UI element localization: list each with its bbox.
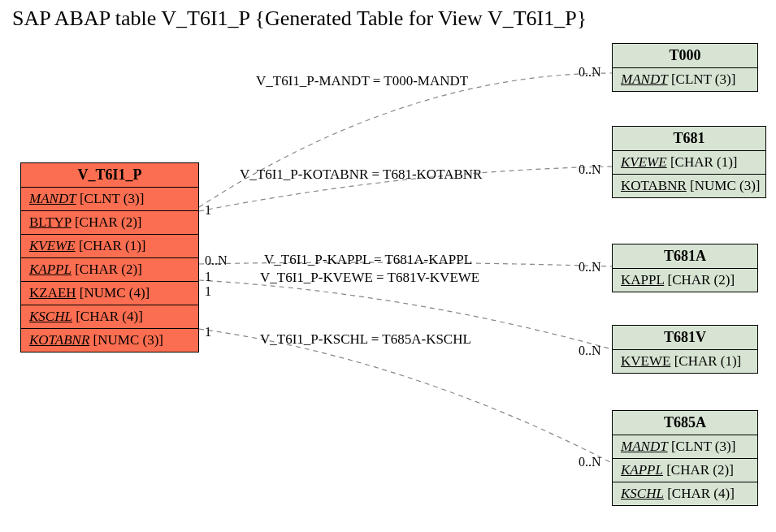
cardinality-left-t681v: 1: [205, 270, 211, 284]
field-kschl: KSCHL [CHAR (4)]: [613, 482, 757, 505]
entity-t681: T681 KVEWE [CHAR (1)] KOTABNR [NUMC (3)]: [612, 126, 766, 198]
cardinality-right-t681: 0..N: [579, 162, 601, 177]
field-kappl: KAPPL [CHAR (2)]: [21, 258, 198, 282]
cardinality-left-extra: 1: [205, 284, 211, 299]
field-kotabnr: KOTABNR [NUMC (3)]: [613, 175, 765, 197]
field-mandt: MANDT [CLNT (3)]: [613, 68, 757, 91]
field-kappl: KAPPL [CHAR (2)]: [613, 269, 757, 292]
page-title: SAP ABAP table V_T6I1_P {Generated Table…: [12, 6, 587, 31]
cardinality-left-t681: 1: [205, 203, 211, 218]
entity-name: T000: [613, 44, 757, 68]
field-kotabnr: KOTABNR [NUMC (3)]: [21, 329, 198, 352]
cardinality-right-t681a: 0..N: [579, 260, 601, 275]
relation-label-t681a: V_T6I1_P-KAPPL = T681A-KAPPL: [264, 252, 472, 268]
field-kvewe: KVEWE [CHAR (1)]: [21, 235, 198, 258]
entity-t681v: T681V KVEWE [CHAR (1)]: [612, 325, 758, 374]
entity-t685a: T685A MANDT [CLNT (3)] KAPPL [CHAR (2)] …: [612, 410, 758, 506]
field-kappl: KAPPL [CHAR (2)]: [613, 459, 757, 482]
cardinality-left-t685a: 1: [205, 325, 211, 340]
entity-name: T681: [613, 127, 765, 151]
entity-v-t6i1-p: V_T6I1_P MANDT [CLNT (3)] BLTYP [CHAR (2…: [20, 162, 199, 353]
field-bltyp: BLTYP [CHAR (2)]: [21, 211, 198, 235]
relation-label-t681: V_T6I1_P-KOTABNR = T681-KOTABNR: [240, 167, 482, 183]
field-mandt: MANDT [CLNT (3)]: [613, 435, 757, 459]
relation-label-t685a: V_T6I1_P-KSCHL = T685A-KSCHL: [260, 331, 471, 348]
field-mandt: MANDT [CLNT (3)]: [21, 188, 198, 211]
entity-name: T681V: [613, 326, 757, 350]
field-kschl: KSCHL [CHAR (4)]: [21, 305, 198, 329]
cardinality-right-t685a: 0..N: [579, 455, 601, 469]
field-kvewe: KVEWE [CHAR (1)]: [613, 151, 765, 175]
entity-t681a: T681A KAPPL [CHAR (2)]: [612, 244, 758, 292]
field-kvewe: KVEWE [CHAR (1)]: [613, 350, 757, 373]
relation-label-t681v: V_T6I1_P-KVEWE = T681V-KVEWE: [260, 270, 479, 286]
cardinality-right-t000: 0..N: [579, 65, 601, 80]
cardinality-right-t681v: 0..N: [579, 344, 601, 358]
cardinality-left-t681a: 0..N: [205, 253, 228, 268]
entity-name: V_T6I1_P: [21, 163, 198, 188]
entity-name: T685A: [613, 411, 757, 435]
relation-label-t000: V_T6I1_P-MANDT = T000-MANDT: [256, 73, 468, 89]
entity-name: T681A: [613, 244, 757, 269]
entity-t000: T000 MANDT [CLNT (3)]: [612, 43, 758, 92]
field-kzaeh: KZAEH [NUMC (4)]: [21, 282, 198, 305]
